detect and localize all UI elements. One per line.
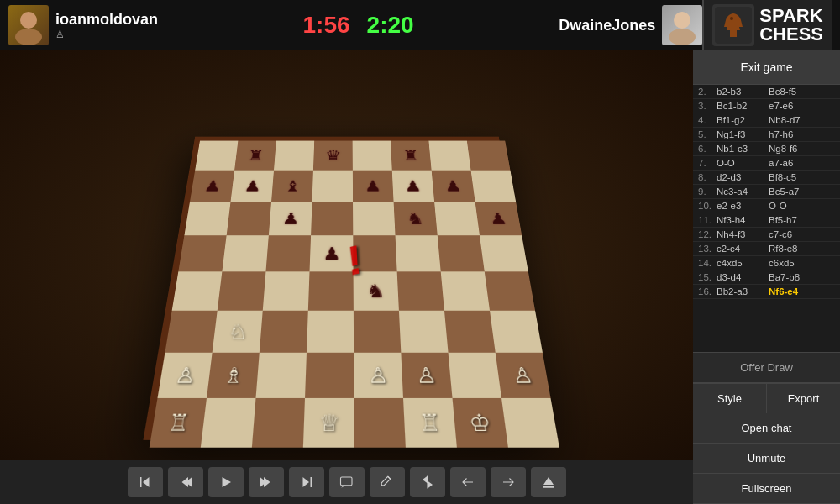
move-row[interactable]: 3.Bc1-b2e7-e6 [693,99,840,113]
cell-r4-c1[interactable] [217,271,265,310]
offer-draw-button[interactable]: Offer Draw [693,352,840,383]
cell-r1-c6[interactable]: ♟ [431,171,475,202]
cell-r6-c6[interactable] [448,353,501,398]
edit-button[interactable] [370,467,405,497]
cell-r5-c5[interactable] [398,311,448,353]
cell-r2-c3[interactable] [311,202,353,235]
cell-r3-c4[interactable] [353,235,396,271]
cell-r0-c6[interactable] [428,141,470,171]
cell-r2-c1[interactable] [226,202,270,235]
move-row[interactable]: 12.Nh4-f3c7-c6 [693,228,840,242]
cell-r6-c1[interactable]: ♗ [207,353,260,398]
cell-r2-c6[interactable] [434,202,480,235]
cell-r7-c3[interactable]: ♕ [302,398,354,448]
move-row[interactable]: 8.d2-d3Bf8-c5 [693,171,840,185]
cell-r2-c2[interactable]: ♟ [268,202,312,235]
cell-r5-c1[interactable]: ♘ [212,311,262,353]
cell-r5-c4[interactable] [353,311,400,353]
cell-r4-c5[interactable] [396,271,444,310]
cell-r1-c5[interactable]: ♟ [391,171,433,202]
cell-r0-c1[interactable]: ♜ [234,141,276,171]
first-move-button[interactable] [128,467,163,497]
cell-r2-c5[interactable]: ♞ [393,202,437,235]
cell-r1-c7[interactable] [470,171,516,202]
cell-r5-c2[interactable] [259,311,307,353]
cell-r4-c0[interactable] [171,271,222,310]
move-row[interactable]: 10.e2-e3O-O [693,199,840,213]
style-button[interactable]: Style [693,384,767,413]
unmute-button[interactable]: Unmute [693,444,840,474]
open-chat-button[interactable]: Open chat [693,413,840,444]
cell-r5-c3[interactable] [306,311,353,353]
cell-r7-c2[interactable] [251,398,304,448]
cell-r3-c2[interactable] [265,235,311,271]
prev-move-button[interactable] [168,467,203,497]
cell-r3-c1[interactable] [222,235,268,271]
export-button[interactable]: Export [767,384,840,413]
exit-game-button[interactable]: Exit game [693,50,840,85]
move-row[interactable]: 14.c4xd5c6xd5 [693,256,840,270]
move-row[interactable]: 2.b2-b3Bc8-f5 [693,85,840,99]
cell-r2-c4[interactable] [353,202,395,235]
cell-r4-c3[interactable] [307,271,353,310]
cell-r6-c3[interactable] [305,353,354,398]
cell-r4-c7[interactable] [484,271,534,310]
back-button[interactable] [450,467,486,497]
cell-r3-c6[interactable] [437,235,484,271]
move-row[interactable]: 4.Bf1-g2Nb8-d7 [693,113,840,128]
move-row[interactable]: 16.Bb2-a3Nf6-e4 [693,285,840,299]
cell-r0-c4[interactable] [352,141,391,171]
cell-r0-c0[interactable] [195,141,238,171]
play-button[interactable] [208,467,244,497]
cell-r1-c3[interactable] [312,171,353,202]
move-row[interactable]: 9.Nc3-a4Bc5-a7 [693,185,840,199]
cell-r2-c7[interactable]: ♟ [475,202,522,235]
fullscreen-button[interactable]: Fullscreen [693,474,840,504]
cell-r3-c3[interactable]: ♟ [309,235,353,271]
next-move-button[interactable] [249,467,284,497]
cell-r7-c5[interactable]: ♖ [403,398,457,448]
piece-r1-c1: ♟ [243,178,261,193]
cell-r7-c7[interactable] [501,398,559,448]
cell-r1-c1[interactable]: ♟ [230,171,273,202]
cell-r1-c0[interactable]: ♟ [190,171,234,202]
cell-r6-c2[interactable] [255,353,306,398]
cell-r0-c2[interactable] [274,141,314,171]
move-row[interactable]: 7.O-Oa7-a6 [693,156,840,171]
move-row[interactable]: 11.Nf3-h4Bf5-h7 [693,213,840,228]
cell-r4-c2[interactable] [262,271,309,310]
cell-r4-c4[interactable]: ♞ [353,271,398,310]
cell-r6-c7[interactable]: ♙ [495,353,550,398]
cell-r7-c1[interactable] [200,398,255,448]
cell-r6-c5[interactable]: ♙ [401,353,452,398]
cell-r0-c3[interactable]: ♛ [312,141,352,171]
cell-r0-c5[interactable]: ♜ [391,141,432,171]
move-row[interactable]: 15.d3-d4Ba7-b8 [693,270,840,285]
move-white: Nh4-f3 [717,229,769,239]
move-row[interactable]: 13.c2-c4Rf8-e8 [693,242,840,256]
cell-r4-c6[interactable] [440,271,489,310]
cell-r5-c0[interactable] [165,311,217,353]
cell-r7-c0[interactable]: ♖ [149,398,206,448]
cell-r1-c2[interactable]: ♝ [271,171,313,202]
last-move-button[interactable] [289,467,324,497]
flip-button[interactable] [410,467,445,497]
cell-r0-c7[interactable] [466,141,510,171]
move-row[interactable]: 6.Nb1-c3Ng8-f6 [693,142,840,156]
cell-r5-c7[interactable] [490,311,543,353]
forward-button[interactable] [491,467,526,497]
chat-button[interactable] [329,467,365,497]
cell-r1-c4[interactable]: ♟ [352,171,393,202]
cell-r6-c4[interactable]: ♙ [354,353,403,398]
cell-r2-c0[interactable] [184,202,230,235]
cell-r7-c6[interactable]: ♔ [452,398,507,448]
board-3d-container: ♜♛♜♟♟♝♟♟♟♟♞♟♟♞♘♙♗♙♙♙♖♕♖♔ ! [0,50,693,460]
cell-r3-c7[interactable] [479,235,528,271]
cell-r3-c0[interactable] [178,235,226,271]
cell-r6-c0[interactable]: ♙ [157,353,212,398]
cell-r5-c6[interactable] [444,311,495,353]
cell-r7-c4[interactable] [354,398,405,448]
eject-button[interactable] [531,467,566,497]
move-row[interactable]: 5.Ng1-f3h7-h6 [693,128,840,142]
cell-r3-c5[interactable] [395,235,440,271]
